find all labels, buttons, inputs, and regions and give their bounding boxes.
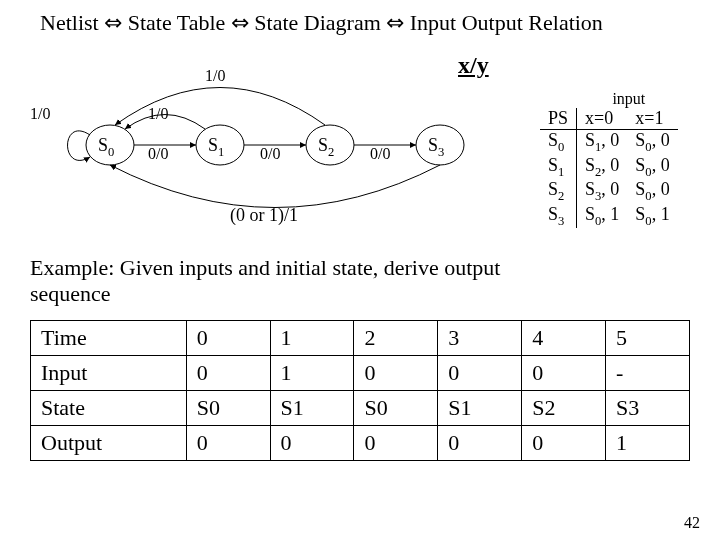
col-header: x=0	[577, 108, 628, 130]
table-row: S3 S0, 1 S0, 1	[540, 204, 678, 229]
table-row: S1 S2, 0 S0, 0	[540, 155, 678, 180]
input-header: input	[580, 90, 678, 108]
title-part: Input Output Relation	[410, 10, 603, 35]
breadcrumb-title: Netlist ⇔ State Table ⇔ State Diagram ⇔ …	[40, 10, 710, 36]
arrow-icon: ⇔	[104, 10, 122, 35]
table-row: S0 S1, 0 S0, 0	[540, 130, 678, 155]
edge-label: 1/0	[148, 105, 168, 123]
row-label: Input	[31, 356, 187, 391]
example-caption: Example: Given inputs and initial state,…	[30, 255, 530, 307]
col-header: x=1	[627, 108, 677, 130]
ps-header: PS	[540, 108, 577, 130]
title-part: State Diagram	[254, 10, 380, 35]
trace-table: Time 0 1 2 3 4 5 Input 0 1 0 0 0 - State…	[30, 320, 690, 461]
table-row: State S0 S1 S0 S1 S2 S3	[31, 391, 690, 426]
edge-label: 0/0	[148, 145, 168, 163]
state-label: S0	[98, 135, 114, 160]
page-number: 42	[684, 514, 700, 532]
edge-label: (0 or 1)/1	[230, 205, 298, 226]
row-label: Time	[31, 321, 187, 356]
title-part: State Table	[128, 10, 226, 35]
arrow-icon: ⇔	[386, 10, 404, 35]
state-label: S1	[208, 135, 224, 160]
edge-label: 0/0	[370, 145, 390, 163]
state-label: S2	[318, 135, 334, 160]
table-row: Time 0 1 2 3 4 5	[31, 321, 690, 356]
state-label: S3	[428, 135, 444, 160]
edge-label: 1/0	[205, 67, 225, 85]
state-transition-table: input PS x=0 x=1 S0 S1, 0 S0, 0 S1 S2, 0…	[540, 90, 678, 228]
state-diagram: S0 S1 S2 S3 1/0 1/0 0/0 0/0 0/0 1/0 (0 o…	[30, 75, 540, 245]
table-row: Output 0 0 0 0 0 1	[31, 426, 690, 461]
table-row: Input 0 1 0 0 0 -	[31, 356, 690, 391]
arrow-icon: ⇔	[231, 10, 249, 35]
title-part: Netlist	[40, 10, 99, 35]
edge-label: 0/0	[260, 145, 280, 163]
row-label: Output	[31, 426, 187, 461]
row-label: State	[31, 391, 187, 426]
edge-label: 1/0	[30, 105, 50, 123]
table-row: S2 S3, 0 S0, 0	[540, 179, 678, 204]
